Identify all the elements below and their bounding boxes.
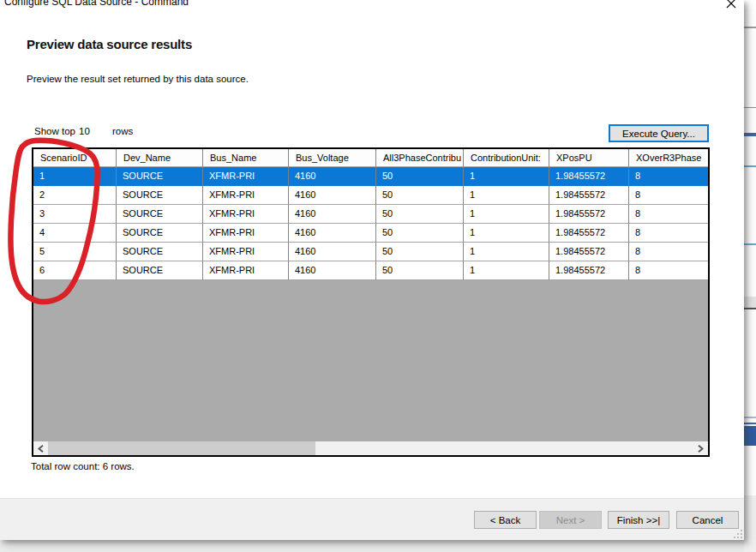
next-button[interactable]: Next > [539,511,602,529]
table-cell[interactable]: SOURCE [117,167,203,186]
table-cell[interactable]: SOURCE [117,224,203,243]
desktop-background [0,540,744,552]
table-cell[interactable]: 2 [33,186,117,205]
table-cell[interactable]: 1 [464,224,549,243]
table-row[interactable]: 1SOURCEXFMR-PRI41605011.984555728 [33,167,708,186]
total-row-count: Total row count: 6 rows. [31,460,135,472]
results-table-rows: ScenarioIDDev_NameBus_NameBus_VoltageAll… [33,149,708,280]
finish-button[interactable]: Finish >>| [608,511,669,529]
table-row[interactable]: 4SOURCEXFMR-PRI41605011.984555728 [33,224,708,243]
table-cell[interactable]: SOURCE [117,186,203,205]
table-cell[interactable]: 50 [376,261,464,280]
background-line [744,423,756,425]
column-header[interactable]: XPosPU [549,149,629,167]
table-cell[interactable]: 1 [464,261,549,280]
table-cell[interactable]: 1 [464,205,549,224]
background-selected-row [744,133,756,136]
show-top-label: Show top [34,125,75,137]
dialog-title: Configure SQL Data Source - Command [4,0,189,8]
scroll-right-arrow-icon[interactable] [693,441,708,455]
background-footer [744,495,756,552]
table-cell[interactable]: 8 [629,167,708,186]
table-cell[interactable]: 50 [376,205,464,224]
background-window [744,0,756,552]
table-cell[interactable]: XFMR-PRI [203,205,289,224]
table-cell[interactable]: 4 [33,224,117,243]
table-cell[interactable]: SOURCE [117,261,203,280]
table-cell[interactable]: 50 [376,224,464,243]
table-cell[interactable]: 4160 [289,261,376,280]
background-line [744,243,756,245]
table-cell[interactable]: XFMR-PRI [203,243,289,261]
column-header[interactable]: XOverR3Phase [629,149,708,167]
table-cell[interactable]: 6 [33,261,117,280]
table-cell[interactable]: 50 [376,167,464,186]
background-blue-block [744,426,756,446]
page-description: Preview the result set returned by this … [27,74,249,85]
table-cell[interactable]: 1.98455572 [549,224,629,243]
table-cell[interactable]: XFMR-PRI [203,167,289,186]
table-cell[interactable]: 1.98455572 [549,243,629,261]
background-toolbar-band [744,297,756,308]
table-cell[interactable]: 1.98455572 [549,261,629,280]
dialog-configure-sql-data-source: Configure SQL Data Source - Command Prev… [0,0,744,540]
horizontal-scrollbar[interactable] [33,441,708,455]
table-row[interactable]: 2SOURCEXFMR-PRI41605011.984555728 [33,186,708,205]
table-cell[interactable]: 1.98455572 [549,205,629,224]
cancel-button[interactable]: Cancel [676,511,739,529]
table-cell[interactable]: 50 [376,243,464,261]
table-cell[interactable]: SOURCE [117,243,203,261]
table-cell[interactable]: 50 [376,186,464,205]
table-cell[interactable]: XFMR-PRI [203,224,289,243]
background-line [744,308,756,310]
table-cell[interactable]: SOURCE [117,205,203,224]
table-cell[interactable]: 8 [629,205,708,224]
column-header[interactable]: ScenarioID [33,149,117,167]
table-row[interactable]: 3SOURCEXFMR-PRI41605011.984555728 [33,205,708,224]
column-header[interactable]: All3PhaseContribu [376,149,464,167]
scroll-left-arrow-icon[interactable] [33,441,48,455]
column-header[interactable]: Dev_Name [117,149,203,167]
table-cell[interactable]: 8 [629,186,708,205]
execute-query-button[interactable]: Execute Query... [609,124,709,142]
back-button[interactable]: < Back [474,511,537,529]
column-header[interactable]: Bus_Voltage [289,149,376,167]
rows-label: rows [112,125,133,137]
table-cell[interactable]: 4160 [289,205,376,224]
table-cell[interactable]: 1 [33,167,117,186]
table-cell[interactable]: 4160 [289,243,376,261]
table-header-row: ScenarioIDDev_NameBus_NameBus_VoltageAll… [33,149,708,167]
table-cell[interactable]: 4160 [289,167,376,186]
close-icon[interactable] [726,0,736,7]
background-line [744,107,756,109]
column-header[interactable]: Bus_Name [203,149,289,167]
background-line [744,417,756,419]
table-cell[interactable]: 4160 [289,224,376,243]
show-top-value[interactable]: 10 [79,125,90,137]
page-title: Preview data source results [27,37,192,52]
resize-grip-icon[interactable] [734,530,742,538]
table-cell[interactable]: 8 [629,243,708,261]
table-cell[interactable]: 1 [464,243,549,261]
table-cell[interactable]: 1.98455572 [549,186,629,205]
table-row[interactable]: 5SOURCEXFMR-PRI41605011.984555728 [33,243,708,261]
column-header[interactable]: ContributionUnit: [464,149,549,167]
background-line [744,165,756,167]
results-table: ScenarioIDDev_NameBus_NameBus_VoltageAll… [32,147,710,457]
table-row[interactable]: 6SOURCEXFMR-PRI41605011.984555728 [33,261,708,280]
background-line [744,27,756,28]
table-cell[interactable]: 8 [629,261,708,280]
table-cell[interactable]: 1.98455572 [549,167,629,186]
table-cell[interactable]: 1 [464,186,549,205]
table-cell[interactable]: XFMR-PRI [203,261,289,280]
table-cell[interactable]: 5 [33,243,117,261]
table-cell[interactable]: 3 [33,205,117,224]
scrollbar-thumb[interactable] [48,441,315,455]
screen: Configure SQL Data Source - Command Prev… [0,0,756,552]
table-cell[interactable]: 8 [629,224,708,243]
table-cell[interactable]: 4160 [289,186,376,205]
table-cell[interactable]: 1 [464,167,549,186]
table-cell[interactable]: XFMR-PRI [203,186,289,205]
